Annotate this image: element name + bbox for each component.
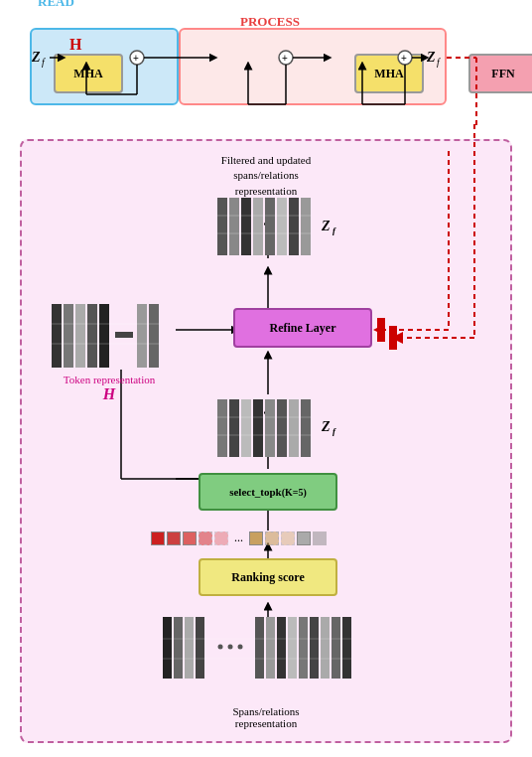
- color-cell-6: [249, 531, 263, 545]
- mha1-box: MHA: [54, 54, 123, 93]
- bottom-spans-matrix: [161, 613, 379, 682]
- ffn-label: FFN: [491, 67, 514, 81]
- refine-layer-box: Refine Layer: [233, 308, 372, 348]
- svg-rect-59: [137, 304, 147, 368]
- svg-rect-54: [87, 304, 97, 368]
- svg-rect-43: [265, 198, 275, 255]
- svg-rect-42: [253, 198, 263, 255]
- svg-rect-55: [99, 304, 109, 368]
- color-cell-4: [199, 531, 212, 545]
- svg-rect-86: [299, 617, 308, 679]
- ffn-box: FFN: [468, 54, 532, 93]
- select-topk-box: select_topk(K=5): [199, 473, 337, 511]
- middle-zf-matrix: [215, 397, 315, 459]
- process-box: PROCESS MHA FFN: [179, 28, 447, 105]
- svg-point-80: [228, 645, 233, 650]
- svg-rect-64: [229, 399, 239, 457]
- svg-rect-76: [174, 617, 183, 679]
- svg-rect-70: [301, 399, 311, 457]
- process-label: PROCESS: [240, 14, 300, 30]
- mha2-box: MHA: [354, 54, 424, 93]
- color-cell-3: [183, 531, 197, 545]
- refine-label: Refine Layer: [270, 321, 336, 336]
- svg-rect-77: [185, 617, 194, 679]
- color-cell-5: [214, 531, 228, 545]
- svg-rect-45: [289, 198, 299, 255]
- color-cell-7: [265, 531, 279, 545]
- ranking-label: Ranking score: [231, 570, 304, 585]
- svg-rect-63: [217, 399, 227, 457]
- svg-rect-78: [196, 617, 204, 679]
- svg-rect-40: [229, 198, 239, 255]
- svg-rect-52: [64, 304, 73, 368]
- svg-rect-58: [127, 332, 133, 338]
- ranking-color-row: ...: [151, 530, 327, 545]
- token-matrix: [50, 302, 169, 370]
- svg-rect-89: [332, 617, 340, 679]
- filtered-matrix: [215, 196, 315, 257]
- mha1-label: MHA: [73, 67, 102, 81]
- svg-rect-75: [163, 617, 172, 679]
- svg-rect-69: [289, 399, 299, 457]
- svg-rect-57: [121, 332, 127, 338]
- svg-rect-83: [266, 617, 275, 679]
- zf-middle-label: Z f: [322, 417, 345, 441]
- svg-rect-33: [377, 318, 385, 342]
- ellipsis-colors: ...: [234, 530, 243, 545]
- svg-rect-51: [52, 304, 62, 368]
- svg-rect-67: [265, 399, 275, 457]
- diagram-container: READ H MHA PROCESS MHA FFN Z f +: [0, 0, 532, 757]
- svg-rect-46: [301, 198, 311, 255]
- read-label: READ: [38, 0, 74, 10]
- svg-rect-90: [342, 617, 351, 679]
- svg-rect-87: [310, 617, 319, 679]
- read-box: H MHA: [30, 28, 179, 105]
- svg-text:f: f: [332, 226, 336, 235]
- token-h-label: H: [103, 385, 115, 402]
- color-cell-10: [313, 531, 327, 545]
- svg-rect-85: [288, 617, 297, 679]
- color-cell-2: [167, 531, 181, 545]
- top-section: READ H MHA PROCESS MHA FFN Z f +: [30, 10, 496, 124]
- svg-rect-56: [115, 332, 121, 338]
- svg-rect-68: [277, 399, 287, 457]
- svg-point-81: [238, 645, 243, 650]
- color-cell-1: [151, 531, 165, 545]
- filtered-matrix-svg: [215, 196, 315, 257]
- svg-rect-60: [149, 304, 159, 368]
- svg-rect-39: [217, 198, 227, 255]
- filtered-text: Filtered and updated spans/relations rep…: [22, 153, 510, 199]
- svg-text:f: f: [332, 426, 336, 436]
- svg-point-79: [218, 645, 223, 650]
- spans-relations-label: Spans/relations representation: [22, 705, 510, 729]
- h-top-label: H: [69, 36, 81, 54]
- color-cell-8: [281, 531, 295, 545]
- svg-rect-41: [241, 198, 251, 255]
- svg-text:Z: Z: [322, 219, 331, 233]
- topk-label: select_topk: [229, 486, 282, 498]
- svg-rect-44: [277, 198, 287, 255]
- svg-rect-82: [255, 617, 264, 679]
- svg-rect-65: [241, 399, 251, 457]
- zf-top-label: Z f: [322, 217, 345, 240]
- bottom-section: Filtered and updated spans/relations rep…: [20, 139, 512, 743]
- svg-rect-84: [277, 617, 286, 679]
- svg-text:Z: Z: [322, 419, 331, 434]
- svg-rect-53: [75, 304, 85, 368]
- token-representation-label: Token representation H: [50, 374, 169, 403]
- ranking-score-box: Ranking score: [199, 558, 337, 596]
- color-cell-9: [297, 531, 311, 545]
- topk-param: (K=5): [282, 487, 307, 498]
- svg-rect-88: [321, 617, 330, 679]
- mha2-label: MHA: [374, 67, 403, 81]
- svg-rect-66: [253, 399, 263, 457]
